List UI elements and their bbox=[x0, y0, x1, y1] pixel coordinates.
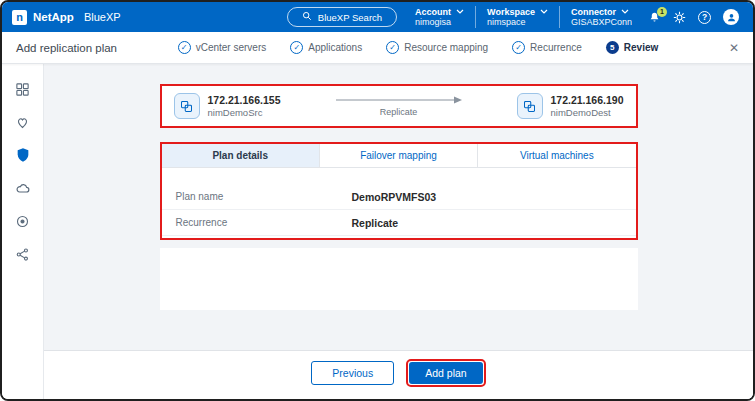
user-icon bbox=[726, 12, 737, 23]
main-content: 172.21.166.155 nimDemoSrc Replicate bbox=[44, 64, 753, 399]
wizard-step-recurrence[interactable]: ✓ Recurrence bbox=[512, 41, 582, 54]
arrow-right-icon bbox=[334, 95, 464, 105]
step-label: vCenter servers bbox=[196, 42, 267, 53]
account-menu[interactable]: Account nimogisa bbox=[415, 7, 464, 28]
wizard-step-resource-mapping[interactable]: ✓ Resource mapping bbox=[386, 41, 488, 54]
step-number-badge: 5 bbox=[606, 41, 619, 54]
workspace-value: nimspace bbox=[487, 17, 548, 27]
wizard-step-review[interactable]: 5 Review bbox=[606, 41, 658, 54]
cloud-backup-icon[interactable] bbox=[14, 179, 32, 197]
table-row: Recurrence Replicate bbox=[162, 210, 636, 236]
notification-badge: 1 bbox=[657, 7, 667, 17]
annotation-highlight: Add plan bbox=[406, 359, 485, 387]
previous-button[interactable]: Previous bbox=[311, 361, 394, 385]
notifications-button[interactable]: 1 bbox=[648, 11, 661, 24]
step-label: Review bbox=[624, 42, 658, 53]
add-plan-button[interactable]: Add plan bbox=[409, 362, 482, 384]
divider bbox=[559, 6, 560, 28]
recurrence-value: Replicate bbox=[352, 217, 399, 229]
replication-summary-card: 172.21.166.155 nimDemoSrc Replicate bbox=[160, 84, 638, 128]
tab-plan-details[interactable]: Plan details bbox=[162, 144, 320, 167]
source-ip: 172.21.166.155 bbox=[208, 94, 281, 106]
question-icon: ? bbox=[698, 11, 711, 24]
top-icon-group: 1 ? bbox=[648, 9, 739, 25]
wizard-steps: ✓ vCenter servers ✓ Applications ✓ Resou… bbox=[117, 41, 719, 54]
wizard-step-applications[interactable]: ✓ Applications bbox=[290, 41, 362, 54]
connector-label: Connector bbox=[571, 7, 616, 17]
user-avatar-button[interactable] bbox=[723, 9, 739, 25]
settings-button[interactable] bbox=[673, 11, 686, 24]
plan-name-value: DemoRPVMFS03 bbox=[352, 191, 437, 203]
left-sidebar bbox=[2, 64, 44, 399]
top-bar: n NetApp BlueXP BlueXP Search Account ni… bbox=[2, 2, 753, 32]
step-check-icon: ✓ bbox=[386, 41, 399, 54]
step-label: Applications bbox=[308, 42, 362, 53]
gear-icon bbox=[673, 11, 686, 24]
wizard-step-vcenter-servers[interactable]: ✓ vCenter servers bbox=[178, 41, 267, 54]
workspace-menu[interactable]: Workspace nimspace bbox=[487, 7, 548, 28]
review-tabs: Plan details Failover mapping Virtual ma… bbox=[162, 144, 636, 168]
arrow-label: Replicate bbox=[380, 107, 418, 117]
plan-details-card: Plan details Failover mapping Virtual ma… bbox=[160, 142, 638, 240]
table-row: Plan name DemoRPVMFS03 bbox=[162, 184, 636, 210]
empty-panel bbox=[160, 248, 638, 310]
step-check-icon: ✓ bbox=[178, 41, 191, 54]
connector-value: GISABXPConn bbox=[571, 17, 632, 27]
plan-details-rows: Plan name DemoRPVMFS03 Recurrence Replic… bbox=[162, 168, 636, 238]
bluexp-app-window: n NetApp BlueXP BlueXP Search Account ni… bbox=[0, 0, 755, 401]
chevron-down-icon bbox=[540, 9, 548, 14]
wizard-footer: Previous Add plan bbox=[44, 350, 753, 399]
destination-name: nimDemoDest bbox=[551, 107, 624, 118]
page-title: Add replication plan bbox=[16, 42, 117, 54]
share-network-icon[interactable] bbox=[14, 245, 32, 263]
step-label: Resource mapping bbox=[404, 42, 488, 53]
step-check-icon: ✓ bbox=[512, 41, 525, 54]
source-endpoint: 172.21.166.155 nimDemoSrc bbox=[174, 93, 281, 119]
replicate-arrow: Replicate bbox=[334, 95, 464, 117]
plan-name-label: Plan name bbox=[162, 191, 352, 202]
brand: n NetApp BlueXP bbox=[12, 10, 121, 25]
brand-name: NetApp bbox=[33, 11, 74, 23]
target-discovery-icon[interactable] bbox=[14, 212, 32, 230]
workloads-icon[interactable] bbox=[14, 80, 32, 98]
destination-ip: 172.21.166.190 bbox=[551, 94, 624, 106]
tab-failover-mapping[interactable]: Failover mapping bbox=[320, 144, 478, 167]
step-label: Recurrence bbox=[530, 42, 582, 53]
step-check-icon: ✓ bbox=[290, 41, 303, 54]
search-label: BlueXP Search bbox=[318, 12, 382, 23]
vcenter-server-icon bbox=[517, 93, 543, 119]
account-value: nimogisa bbox=[415, 17, 464, 27]
chevron-down-icon bbox=[456, 9, 464, 14]
connector-menu[interactable]: Connector GISABXPConn bbox=[571, 7, 632, 28]
divider bbox=[475, 6, 476, 28]
search-icon bbox=[302, 11, 312, 23]
source-name: nimDemoSrc bbox=[208, 107, 281, 118]
shield-protection-icon[interactable] bbox=[14, 146, 32, 164]
destination-endpoint: 172.21.166.190 nimDemoDest bbox=[517, 93, 624, 119]
netapp-logo-icon: n bbox=[12, 10, 27, 25]
wizard-header: Add replication plan ✓ vCenter servers ✓… bbox=[2, 32, 753, 64]
workspace-label: Workspace bbox=[487, 7, 535, 17]
close-icon[interactable]: ✕ bbox=[729, 41, 739, 55]
heart-health-icon[interactable] bbox=[14, 113, 32, 131]
help-button[interactable]: ? bbox=[698, 11, 711, 24]
brand-product: BlueXP bbox=[84, 11, 121, 23]
top-menus: Account nimogisa Workspace nimspace Conn… bbox=[415, 6, 632, 28]
tab-virtual-machines[interactable]: Virtual machines bbox=[478, 144, 635, 167]
vcenter-server-icon bbox=[174, 93, 200, 119]
account-label: Account bbox=[415, 7, 451, 17]
recurrence-label: Recurrence bbox=[162, 217, 352, 228]
chevron-down-icon bbox=[621, 9, 629, 14]
bluexp-search-button[interactable]: BlueXP Search bbox=[287, 7, 397, 27]
